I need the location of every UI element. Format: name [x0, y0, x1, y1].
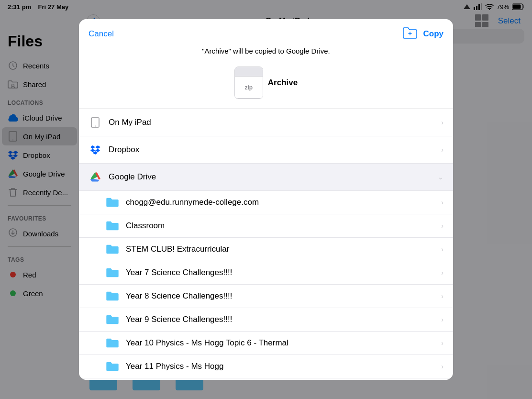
folder-icon — [106, 361, 119, 372]
folder-icon — [106, 314, 119, 325]
gdrive-folder-6[interactable]: Year 10 Physics - Ms Hogg Topic 6 - Ther… — [79, 332, 453, 355]
gdrive-folder-1[interactable]: Classroom › — [79, 214, 453, 238]
gdrive-folder-0-label: chogg@edu.runnymede-college.com — [126, 198, 441, 207]
folder-icon — [106, 291, 119, 301]
location-ipad-chevron: › — [441, 119, 443, 126]
location-ipad-icon — [89, 116, 102, 129]
zip-label: zip — [235, 77, 263, 99]
gdrive-folder-3[interactable]: Year 7 Science Challenges!!!! › — [79, 261, 453, 285]
gdrive-folder-6-label: Year 10 Physics - Ms Hogg Topic 6 - Ther… — [126, 338, 441, 348]
location-dropbox-chevron: › — [441, 146, 443, 154]
archive-preview: zip Archive — [79, 63, 453, 109]
gdrive-folder-0[interactable]: chogg@edu.runnymede-college.com › — [79, 191, 453, 214]
gdrive-folder-7[interactable]: Year 11 Physics - Ms Hogg › — [79, 355, 453, 378]
zip-top-fold — [235, 67, 263, 77]
gdrive-folder-7-label: Year 11 Physics - Ms Hogg — [126, 362, 441, 371]
location-googledrive-chevron: ⌄ — [438, 173, 443, 181]
folder-icon — [106, 221, 119, 231]
modal-header: Cancel Copy "Archive" will be copied to … — [79, 19, 453, 63]
gdrive-folder-5[interactable]: Year 9 Science Challenges!!!! › — [79, 308, 453, 332]
location-ipad-label: On My iPad — [109, 118, 441, 127]
modal-top-bar: Cancel Copy — [89, 27, 443, 41]
gdrive-folder-5-label: Year 9 Science Challenges!!!! — [126, 315, 441, 324]
location-googledrive[interactable]: Google Drive ⌄ — [79, 164, 453, 191]
copy-modal: Cancel Copy "Archive" will be copied to … — [79, 19, 453, 380]
folder-icon — [106, 244, 119, 255]
folder-icon — [106, 338, 119, 348]
modal-subtitle: "Archive" will be copied to Google Drive… — [89, 47, 443, 55]
gdrive-folder-8[interactable]: Year 13 HG › — [79, 378, 453, 380]
modal-header-actions: Copy — [402, 27, 444, 41]
location-googledrive-label: Google Drive — [109, 172, 438, 182]
archive-filename: Archive — [268, 78, 298, 88]
location-dropbox-icon — [89, 143, 102, 156]
location-list: On My iPad › Dropbox › — [79, 109, 453, 380]
gdrive-folder-4-label: Year 8 Science Challenges!!!! — [126, 291, 441, 301]
zip-badge: zip — [234, 66, 263, 99]
location-ipad[interactable]: On My iPad › — [79, 109, 453, 136]
new-folder-button[interactable] — [402, 27, 418, 41]
modal-copy-button[interactable]: Copy — [423, 29, 444, 39]
folder-icon — [106, 197, 119, 208]
gdrive-folder-1-label: Classroom — [126, 221, 441, 231]
location-dropbox-label: Dropbox — [109, 145, 441, 155]
modal-overlay: Cancel Copy "Archive" will be copied to … — [0, 0, 532, 399]
svg-point-14 — [95, 126, 96, 127]
location-googledrive-icon — [89, 170, 102, 184]
gdrive-folder-3-label: Year 7 Science Challenges!!!! — [126, 268, 441, 277]
gdrive-folder-2-label: STEM CLUB! Extracurricular — [126, 244, 441, 254]
folder-icon — [106, 267, 119, 278]
modal-cancel-button[interactable]: Cancel — [89, 29, 114, 39]
gdrive-folder-4[interactable]: Year 8 Science Challenges!!!! › — [79, 285, 453, 308]
gdrive-folder-2[interactable]: STEM CLUB! Extracurricular › — [79, 238, 453, 261]
location-dropbox[interactable]: Dropbox › — [79, 136, 453, 164]
